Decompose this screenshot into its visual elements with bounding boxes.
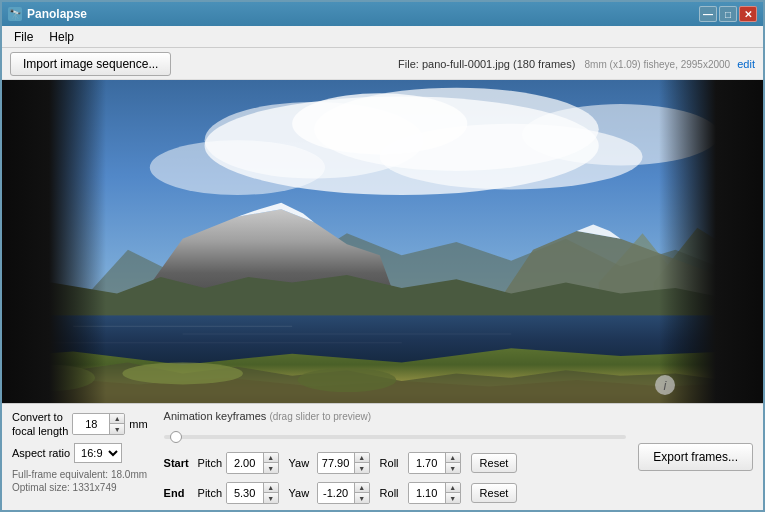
start-pitch-down[interactable]: ▼ <box>264 463 278 473</box>
end-roll-arrows: ▲ ▼ <box>445 483 460 503</box>
start-pitch-label: Pitch <box>198 457 220 469</box>
slider-thumb[interactable] <box>170 431 182 443</box>
menu-help[interactable]: Help <box>41 28 82 46</box>
toolbar: Import image sequence... File: pano-full… <box>2 48 763 80</box>
optimal-text: Optimal size: 1331x749 <box>12 482 148 493</box>
aspect-select[interactable]: 16:9 4:3 3:2 1:1 <box>74 443 122 463</box>
file-name: File: pano-full-0001.jpg (180 frames) <box>398 58 575 70</box>
end-yaw-down[interactable]: ▼ <box>355 493 369 503</box>
focal-row: Convert to focal length ▲ ▼ mm <box>12 410 148 439</box>
end-pitch-spinner[interactable]: ▲ ▼ <box>226 482 279 504</box>
focal-down-arrow[interactable]: ▼ <box>110 424 124 434</box>
end-pitch-label: Pitch <box>198 487 220 499</box>
start-yaw-label: Yaw <box>289 457 311 469</box>
start-yaw-up[interactable]: ▲ <box>355 453 369 463</box>
start-label: Start <box>164 457 192 469</box>
left-controls: Convert to focal length ▲ ▼ mm Aspect ra… <box>12 410 148 493</box>
end-pitch-down[interactable]: ▼ <box>264 493 278 503</box>
end-label: End <box>164 487 192 499</box>
end-yaw-spinner[interactable]: ▲ ▼ <box>317 482 370 504</box>
anim-header: Animation keyframes (drag slider to prev… <box>164 410 627 422</box>
end-pitch-up[interactable]: ▲ <box>264 483 278 493</box>
controls-area: Convert to focal length ▲ ▼ mm Aspect ra… <box>2 403 763 510</box>
file-info-area: File: pano-full-0001.jpg (180 frames) 8m… <box>398 58 755 70</box>
export-area: Export frames... <box>638 443 753 471</box>
keyframe-slider[interactable] <box>164 430 627 444</box>
end-yaw-arrows: ▲ ▼ <box>354 483 369 503</box>
start-roll-label: Roll <box>380 457 402 469</box>
end-roll-down[interactable]: ▼ <box>446 493 460 503</box>
info-icon[interactable]: i <box>655 375 675 395</box>
app-icon: 🔭 <box>8 7 22 21</box>
anim-header-label: Animation keyframes <box>164 410 267 422</box>
start-roll-up[interactable]: ▲ <box>446 453 460 463</box>
start-yaw-down[interactable]: ▼ <box>355 463 369 473</box>
title-bar: 🔭 Panolapse — □ ✕ <box>2 2 763 26</box>
svg-rect-27 <box>659 80 763 403</box>
end-yaw-label: Yaw <box>289 487 311 499</box>
start-yaw-input[interactable] <box>318 453 354 473</box>
app-window: 🔭 Panolapse — □ ✕ File Help Import image… <box>0 0 765 512</box>
animation-area: Animation keyframes (drag slider to prev… <box>164 410 627 504</box>
menu-file[interactable]: File <box>6 28 41 46</box>
file-specs: 8mm (x1.09) fisheye, 2995x2000 <box>585 59 731 70</box>
end-roll-input[interactable] <box>409 483 445 503</box>
aspect-label: Aspect ratio <box>12 447 70 459</box>
controls-main: Convert to focal length ▲ ▼ mm Aspect ra… <box>12 410 753 504</box>
end-yaw-up[interactable]: ▲ <box>355 483 369 493</box>
start-yaw-arrows: ▲ ▼ <box>354 453 369 473</box>
maximize-button[interactable]: □ <box>719 6 737 22</box>
focal-label: Convert to focal length <box>12 410 68 439</box>
end-pitch-arrows: ▲ ▼ <box>263 483 278 503</box>
focal-input[interactable] <box>73 414 109 434</box>
minimize-button[interactable]: — <box>699 6 717 22</box>
window-controls: — □ ✕ <box>699 6 757 22</box>
svg-point-7 <box>292 93 467 154</box>
start-roll-input[interactable] <box>409 453 445 473</box>
edit-link[interactable]: edit <box>737 58 755 70</box>
focal-arrows: ▲ ▼ <box>109 414 124 434</box>
start-pitch-arrows: ▲ ▼ <box>263 453 278 473</box>
svg-rect-26 <box>2 80 106 403</box>
svg-point-24 <box>122 362 242 384</box>
import-button[interactable]: Import image sequence... <box>10 52 171 76</box>
start-row: Start Pitch ▲ ▼ Yaw ▲ ▼ <box>164 452 627 474</box>
end-roll-spinner[interactable]: ▲ ▼ <box>408 482 461 504</box>
viewport: i <box>2 80 763 403</box>
equiv-info: Full-frame equivalent: 18.0mm Optimal si… <box>12 467 148 493</box>
start-roll-arrows: ▲ ▼ <box>445 453 460 473</box>
start-roll-down[interactable]: ▼ <box>446 463 460 473</box>
svg-point-4 <box>150 140 325 195</box>
end-row: End Pitch ▲ ▼ Yaw ▲ ▼ <box>164 482 627 504</box>
end-pitch-input[interactable] <box>227 483 263 503</box>
window-title: Panolapse <box>27 7 699 21</box>
end-roll-label: Roll <box>380 487 402 499</box>
start-roll-spinner[interactable]: ▲ ▼ <box>408 452 461 474</box>
scene: i <box>2 80 763 403</box>
start-pitch-up[interactable]: ▲ <box>264 453 278 463</box>
close-button[interactable]: ✕ <box>739 6 757 22</box>
end-yaw-input[interactable] <box>318 483 354 503</box>
aspect-row: Aspect ratio 16:9 4:3 3:2 1:1 <box>12 443 148 463</box>
export-button[interactable]: Export frames... <box>638 443 753 471</box>
drag-hint-text: (drag slider to preview) <box>269 411 371 422</box>
start-reset-button[interactable]: Reset <box>471 453 518 473</box>
slider-track <box>164 435 627 439</box>
end-reset-button[interactable]: Reset <box>471 483 518 503</box>
menubar: File Help <box>2 26 763 48</box>
start-pitch-spinner[interactable]: ▲ ▼ <box>226 452 279 474</box>
equiv-text: Full-frame equivalent: 18.0mm <box>12 469 148 480</box>
start-pitch-input[interactable] <box>227 453 263 473</box>
focal-unit: mm <box>129 418 147 430</box>
svg-point-25 <box>298 368 397 392</box>
start-yaw-spinner[interactable]: ▲ ▼ <box>317 452 370 474</box>
focal-spinner[interactable]: ▲ ▼ <box>72 413 125 435</box>
end-roll-up[interactable]: ▲ <box>446 483 460 493</box>
focal-up-arrow[interactable]: ▲ <box>110 414 124 424</box>
